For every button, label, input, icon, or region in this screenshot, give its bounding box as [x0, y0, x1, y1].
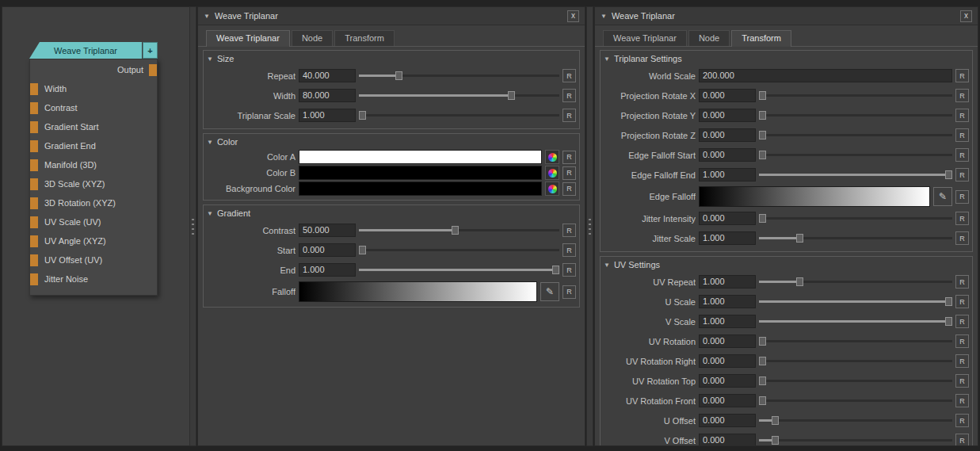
- color-picker-button[interactable]: [545, 150, 559, 164]
- attribute-port[interactable]: [30, 102, 38, 114]
- color-swatch[interactable]: [299, 166, 542, 180]
- slider-handle[interactable]: [759, 131, 766, 140]
- slider[interactable]: [359, 226, 559, 235]
- reset-button[interactable]: R: [955, 275, 969, 289]
- close-icon[interactable]: x: [960, 10, 972, 22]
- slider-handle[interactable]: [945, 297, 952, 306]
- node-attribute-row[interactable]: Contrast: [30, 98, 157, 117]
- slider[interactable]: [759, 214, 952, 223]
- tab-node[interactable]: Node: [292, 30, 333, 46]
- color-swatch[interactable]: [299, 182, 542, 196]
- reset-button[interactable]: R: [955, 69, 969, 82]
- slider-handle[interactable]: [945, 317, 952, 326]
- weave-triplanar-node[interactable]: Weave Triplanar + Output WidthContrastGr…: [29, 42, 158, 296]
- attribute-port[interactable]: [30, 140, 38, 152]
- slider-handle[interactable]: [359, 246, 366, 254]
- add-attribute-button[interactable]: +: [143, 42, 158, 59]
- slider[interactable]: [759, 337, 952, 346]
- slider[interactable]: [759, 376, 952, 385]
- slider-handle[interactable]: [796, 234, 803, 243]
- attribute-port[interactable]: [30, 178, 38, 190]
- reset-button[interactable]: R: [955, 168, 969, 182]
- slider-handle[interactable]: [452, 226, 459, 235]
- node-attribute-row[interactable]: UV Scale (UV): [30, 212, 157, 231]
- slider[interactable]: [359, 266, 559, 274]
- slider[interactable]: [759, 297, 952, 306]
- attribute-port[interactable]: [30, 121, 38, 133]
- slider-handle[interactable]: [772, 416, 779, 425]
- reset-button[interactable]: R: [562, 285, 576, 299]
- node-header[interactable]: Weave Triplanar +: [29, 42, 158, 59]
- value-field[interactable]: 1.000: [699, 295, 756, 308]
- attribute-port[interactable]: [30, 216, 38, 228]
- reset-button[interactable]: R: [955, 374, 969, 388]
- reset-button[interactable]: R: [955, 334, 969, 348]
- slider-handle[interactable]: [508, 91, 515, 100]
- attribute-port[interactable]: [30, 273, 38, 285]
- slider[interactable]: [759, 277, 952, 286]
- slider[interactable]: [759, 436, 952, 445]
- slider-handle[interactable]: [759, 151, 766, 159]
- value-field[interactable]: 0.000: [299, 243, 356, 257]
- node-attribute-row[interactable]: Width: [30, 79, 157, 98]
- slider-handle[interactable]: [759, 396, 766, 405]
- slider-handle[interactable]: [759, 376, 766, 385]
- slider[interactable]: [759, 317, 952, 326]
- node-attribute-row[interactable]: Jitter Noise: [30, 269, 157, 289]
- tab-weave-triplanar[interactable]: Weave Triplanar: [206, 30, 290, 47]
- value-field[interactable]: 0.000: [699, 354, 756, 368]
- slider[interactable]: [759, 357, 952, 365]
- slider-handle[interactable]: [759, 91, 766, 100]
- attribute-port[interactable]: [30, 159, 38, 171]
- reset-button[interactable]: R: [562, 89, 576, 102]
- tab-node[interactable]: Node: [688, 30, 730, 46]
- group-header[interactable]: ▼Gradient: [207, 206, 576, 220]
- reset-button[interactable]: R: [562, 224, 576, 237]
- reset-button[interactable]: R: [955, 231, 969, 245]
- reset-button[interactable]: R: [562, 166, 576, 180]
- reset-button[interactable]: R: [562, 151, 576, 164]
- reset-button[interactable]: R: [562, 109, 576, 122]
- value-field[interactable]: 1.000: [299, 263, 356, 277]
- slider-handle[interactable]: [395, 71, 402, 80]
- reset-button[interactable]: R: [955, 315, 969, 328]
- value-field[interactable]: 0.000: [699, 109, 756, 122]
- attribute-port[interactable]: [30, 254, 38, 266]
- tab-weave-triplanar[interactable]: Weave Triplanar: [603, 30, 687, 46]
- slider[interactable]: [759, 151, 952, 159]
- slider-handle[interactable]: [359, 111, 366, 120]
- slider-handle[interactable]: [796, 277, 803, 286]
- color-picker-button[interactable]: [545, 182, 559, 196]
- value-field[interactable]: 1.000: [699, 315, 756, 328]
- value-field[interactable]: 200.000: [699, 69, 952, 82]
- value-field[interactable]: 1.000: [699, 168, 756, 182]
- node-attribute-row[interactable]: Gradient End: [30, 136, 157, 155]
- value-field[interactable]: 40.000: [299, 69, 356, 82]
- reset-button[interactable]: R: [562, 263, 576, 277]
- value-field[interactable]: 1.000: [699, 231, 756, 245]
- panel-splitter[interactable]: [189, 6, 196, 446]
- value-field[interactable]: 0.000: [699, 374, 756, 388]
- group-header[interactable]: ▼Color: [207, 135, 576, 149]
- color-picker-button[interactable]: [545, 166, 559, 180]
- slider[interactable]: [759, 111, 952, 120]
- slider-handle[interactable]: [759, 214, 766, 223]
- collapse-arrow-icon[interactable]: ▼: [204, 13, 210, 20]
- node-title[interactable]: Weave Triplanar: [29, 42, 142, 59]
- close-icon[interactable]: x: [567, 10, 579, 22]
- reset-button[interactable]: R: [955, 128, 969, 142]
- curve-edit-button[interactable]: ✎: [933, 187, 952, 206]
- reset-button[interactable]: R: [955, 109, 969, 122]
- value-field[interactable]: 50.000: [299, 224, 356, 237]
- value-field[interactable]: 1.000: [699, 275, 756, 289]
- reset-button[interactable]: R: [562, 69, 576, 82]
- slider[interactable]: [759, 234, 952, 243]
- slider-handle[interactable]: [772, 436, 779, 445]
- reset-button[interactable]: R: [955, 190, 969, 204]
- node-attribute-row[interactable]: UV Angle (XYZ): [30, 231, 157, 250]
- curve-edit-button[interactable]: ✎: [540, 282, 559, 301]
- collapse-arrow-icon[interactable]: ▼: [601, 13, 607, 20]
- group-header[interactable]: ▼Triplanar Settings: [604, 52, 969, 66]
- reset-button[interactable]: R: [955, 434, 969, 445]
- slider[interactable]: [759, 416, 952, 425]
